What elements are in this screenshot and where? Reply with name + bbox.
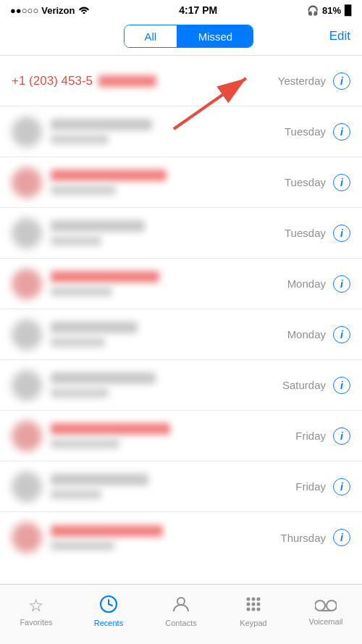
call-item[interactable]: Tuesday i [0,106,362,157]
all-missed-toggle[interactable]: All Missed [124,25,254,48]
call-day: Thursday [280,532,326,544]
avatar [12,167,42,198]
blurred-sub [51,338,105,347]
call-day: Tuesday [285,227,326,239]
blurred-name [51,474,148,485]
all-tab[interactable]: All [125,25,177,47]
avatar [12,522,42,553]
tab-recents-label: Recents [94,619,123,627]
blurred-sub [51,287,112,296]
info-button[interactable]: i [333,123,350,141]
svg-point-10 [252,602,256,606]
blurred-name [51,271,159,283]
recents-header: All Missed Edit [0,20,362,56]
keypad-icon [244,595,263,616]
blurred-name [51,119,152,130]
svg-point-14 [257,607,261,611]
call-item[interactable]: Monday i [0,309,362,360]
info-button[interactable]: i [333,275,350,293]
headphone-icon: 🎧 [307,5,319,16]
avatar [12,421,42,451]
call-day: Monday [287,277,326,290]
info-button[interactable]: i [333,225,350,242]
call-day: Saturday [282,379,326,391]
avatar [12,319,42,350]
blurred-number [98,75,156,87]
blurred-sub [51,236,101,246]
svg-point-8 [257,597,261,601]
call-day: Monday [287,328,326,340]
call-day: Yesterday [278,75,326,87]
call-item[interactable]: +1 (203) 453-5 Yesterday i [0,56,362,106]
svg-point-9 [247,602,251,606]
svg-point-6 [247,597,251,601]
tab-bar: ☆ Favorites Recents Contacts [0,584,362,644]
blurred-sub [51,185,116,195]
blurred-sub [51,490,101,499]
info-button[interactable]: i [333,377,350,394]
info-button[interactable]: i [333,427,350,445]
svg-point-11 [257,602,261,606]
battery-pct: 81% [322,5,341,16]
call-item[interactable]: Saturday i [0,360,362,411]
blurred-name [51,170,167,181]
svg-point-15 [315,601,325,611]
carrier: Verizon [41,5,75,16]
call-item[interactable]: Monday i [0,259,362,309]
call-day: Friday [295,430,326,442]
avatar [12,218,42,248]
tab-voicemail[interactable]: Voicemail [290,585,362,644]
tab-recents[interactable]: Recents [72,585,145,644]
svg-point-5 [177,598,185,605]
wifi-icon [78,5,90,16]
call-day: Tuesday [285,176,326,188]
svg-line-4 [109,604,112,606]
missed-tab[interactable]: Missed [178,25,253,47]
battery-icon: ▉ [345,5,352,16]
call-day: Tuesday [285,125,326,138]
avatar [12,370,42,401]
blurred-sub [51,135,109,144]
info-button[interactable]: i [333,326,350,343]
blurred-name [51,372,156,384]
call-list: +1 (203) 453-5 Yesterday i Tuesday i Tue… [0,56,362,563]
tab-keypad[interactable]: Keypad [217,585,290,644]
call-item[interactable]: Thursday i [0,512,362,563]
status-left: ●●○○○ Verizon [10,5,90,16]
blurred-name [51,220,145,232]
edit-button[interactable]: Edit [329,29,350,43]
blurred-name [51,525,163,537]
call-item[interactable]: Tuesday i [0,157,362,208]
favorites-icon: ☆ [28,595,44,616]
status-time: 4:17 PM [179,4,217,16]
avatar [12,269,42,299]
tab-contacts-label: Contacts [165,619,196,627]
call-day: Friday [295,480,326,493]
svg-point-13 [252,607,256,611]
tab-contacts[interactable]: Contacts [145,585,217,644]
status-right: 🎧 81% ▉ [307,5,352,16]
tab-favorites[interactable]: ☆ Favorites [0,585,72,644]
info-button[interactable]: i [333,529,350,546]
info-button[interactable]: i [333,72,350,90]
blurred-sub [51,541,114,551]
recents-icon [99,595,118,616]
avatar [12,117,42,147]
tab-keypad-label: Keypad [240,619,266,627]
svg-point-7 [252,597,256,601]
info-button[interactable]: i [333,174,350,191]
svg-point-12 [247,607,251,611]
call-item[interactable]: Tuesday i [0,208,362,259]
call-item[interactable]: Friday i [0,461,362,512]
avatar [12,472,42,502]
blurred-sub [51,388,109,398]
call-item[interactable]: Friday i [0,411,362,461]
status-bar: ●●○○○ Verizon 4:17 PM 🎧 81% ▉ [0,0,362,20]
blurred-name [51,423,170,435]
svg-point-16 [327,601,337,611]
voicemail-icon [315,596,337,615]
tab-favorites-label: Favorites [20,618,52,627]
tab-voicemail-label: Voicemail [308,617,342,626]
signal-dots: ●●○○○ [10,5,38,16]
info-button[interactable]: i [333,478,350,495]
